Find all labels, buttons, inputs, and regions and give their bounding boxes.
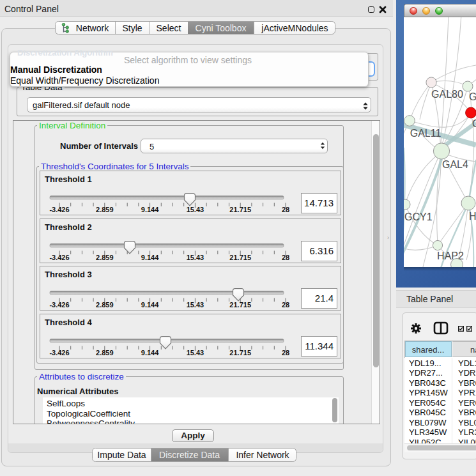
svg-text:GAL4: GAL4	[442, 159, 468, 170]
svg-text:28: 28	[282, 206, 289, 213]
svg-text:9.144: 9.144	[141, 206, 159, 213]
svg-text:28: 28	[282, 301, 289, 309]
svg-text:-3.426: -3.426	[49, 206, 69, 213]
svg-text:H: H	[469, 211, 476, 222]
svg-text:9.144: 9.144	[141, 349, 159, 357]
svg-text:15.43: 15.43	[187, 206, 204, 213]
svg-text:C: C	[472, 118, 476, 129]
svg-text:21.715: 21.715	[229, 349, 251, 357]
svg-text:21.715: 21.715	[229, 301, 251, 309]
svg-text:21.715: 21.715	[229, 254, 251, 261]
svg-text:2.859: 2.859	[96, 349, 114, 357]
svg-text:2.859: 2.859	[96, 254, 114, 261]
svg-text:2.859: 2.859	[96, 301, 114, 309]
svg-text:15.43: 15.43	[187, 301, 204, 309]
svg-text:-3.426: -3.426	[49, 254, 69, 261]
svg-text:GCY1: GCY1	[404, 211, 433, 222]
svg-text:28: 28	[282, 254, 289, 261]
svg-text:15.43: 15.43	[187, 254, 204, 261]
svg-text:9.144: 9.144	[141, 254, 159, 261]
svg-text:HAP2: HAP2	[437, 250, 464, 261]
svg-text:2.859: 2.859	[96, 206, 114, 213]
svg-text:-3.426: -3.426	[49, 301, 69, 309]
svg-text:GAL80: GAL80	[431, 89, 463, 100]
svg-text:15.43: 15.43	[187, 349, 204, 357]
svg-text:28: 28	[282, 349, 289, 357]
svg-text:9.144: 9.144	[141, 301, 159, 309]
svg-text:21.715: 21.715	[229, 206, 251, 213]
svg-text:GAL: GAL	[469, 91, 476, 102]
svg-text:GAL11: GAL11	[410, 128, 441, 139]
svg-text:-3.426: -3.426	[49, 349, 69, 357]
